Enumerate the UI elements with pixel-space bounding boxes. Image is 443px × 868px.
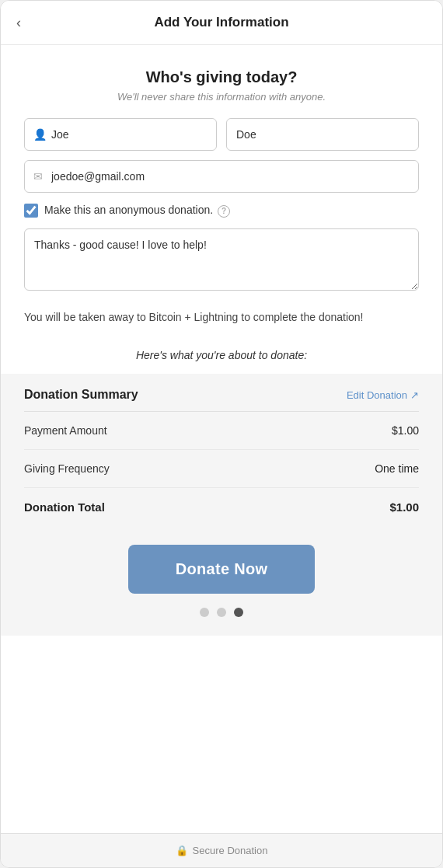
- external-link-icon: ↗: [410, 389, 419, 401]
- anonymous-label[interactable]: Make this an anonymous donation. ?: [44, 204, 230, 218]
- giving-frequency-value: One time: [375, 462, 419, 475]
- last-name-input[interactable]: [226, 118, 419, 151]
- form-section: 👤 ✉ Make this an anonymous donation.: [1, 118, 442, 294]
- first-name-input[interactable]: [24, 118, 217, 151]
- donation-summary: Donation Summary Edit Donation ↗ Payment…: [1, 374, 442, 529]
- pagination-dots: [200, 608, 243, 617]
- help-icon[interactable]: ?: [218, 205, 230, 218]
- email-row: ✉: [24, 160, 419, 193]
- payment-amount-value: $1.00: [392, 424, 419, 437]
- last-name-wrapper: [226, 118, 419, 151]
- who-giving-subtitle: We'll never share this information with …: [24, 91, 419, 103]
- footer-text: Secure Donation: [193, 845, 268, 856]
- donation-total-value: $1.00: [389, 500, 419, 514]
- payment-amount-label: Payment Amount: [24, 424, 107, 437]
- email-icon: ✉: [33, 170, 43, 183]
- summary-row-payment: Payment Amount $1.00: [24, 412, 419, 450]
- email-wrapper: ✉: [24, 160, 419, 193]
- name-row: 👤: [24, 118, 419, 151]
- edit-donation-label: Edit Donation: [347, 389, 407, 401]
- header: ‹ Add Your Information: [1, 1, 442, 45]
- who-giving-section: Who's giving today? We'll never share th…: [1, 45, 442, 118]
- main-content: Who's giving today? We'll never share th…: [1, 45, 442, 833]
- donation-preview-label: Here's what you're about to donate:: [1, 341, 442, 374]
- notice-section: You will be taken away to Bitcoin + Ligh…: [1, 294, 442, 341]
- back-icon: ‹: [16, 15, 21, 30]
- phone-frame: ‹ Add Your Information Who's giving toda…: [0, 0, 443, 868]
- person-icon: 👤: [33, 128, 47, 141]
- summary-title: Donation Summary: [24, 388, 138, 402]
- pagination-dot-2: [217, 608, 226, 617]
- summary-row-frequency: Giving Frequency One time: [24, 450, 419, 488]
- lock-icon: 🔒: [176, 845, 188, 856]
- pagination-dot-1: [200, 608, 209, 617]
- anonymous-row: Make this an anonymous donation. ?: [24, 204, 419, 218]
- summary-header: Donation Summary Edit Donation ↗: [24, 374, 419, 411]
- footer: 🔒 Secure Donation: [1, 833, 442, 867]
- anonymous-checkbox[interactable]: [24, 204, 38, 218]
- page-title: Add Your Information: [154, 15, 288, 30]
- pagination-dot-3: [234, 608, 243, 617]
- giving-frequency-label: Giving Frequency: [24, 462, 110, 475]
- back-button[interactable]: ‹: [16, 15, 21, 31]
- summary-total-row: Donation Total $1.00: [24, 488, 419, 529]
- email-input[interactable]: [24, 160, 419, 193]
- notice-text: You will be taken away to Bitcoin + Ligh…: [24, 311, 364, 323]
- first-name-wrapper: 👤: [24, 118, 217, 151]
- donation-total-label: Donation Total: [24, 500, 105, 514]
- message-textarea[interactable]: Thanks - good cause! I love to help!: [24, 228, 419, 291]
- donate-section: Donate Now: [1, 529, 442, 636]
- who-giving-title: Who's giving today?: [24, 68, 419, 86]
- donate-now-button[interactable]: Donate Now: [128, 545, 315, 594]
- edit-donation-link[interactable]: Edit Donation ↗: [347, 389, 419, 401]
